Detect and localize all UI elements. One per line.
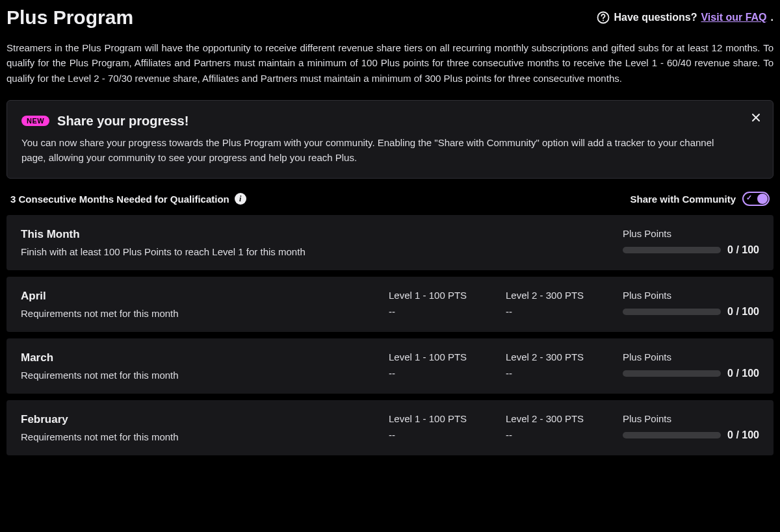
share-toggle-label: Share with Community xyxy=(630,194,736,205)
points-value: 0 / 100 xyxy=(727,429,759,441)
level2-header: Level 2 - 300 PTS xyxy=(506,290,616,301)
points-header: Plus Points xyxy=(623,228,759,239)
month-subtitle: Requirements not met for this month xyxy=(21,431,382,442)
month-name: February xyxy=(21,413,382,426)
month-name: March xyxy=(21,351,382,364)
banner-title: Share your progress! xyxy=(57,114,188,128)
month-card-current: This Month Finish with at least 100 Plus… xyxy=(6,215,774,270)
level2-header: Level 2 - 300 PTS xyxy=(506,351,616,362)
level2-value: -- xyxy=(506,368,616,379)
page-title: Plus Program xyxy=(6,6,133,29)
level2-value: -- xyxy=(506,429,616,440)
level1-value: -- xyxy=(389,368,499,379)
progress-bar xyxy=(623,432,721,438)
points-header: Plus Points xyxy=(623,351,759,362)
points-header: Plus Points xyxy=(623,290,759,301)
qualification-label: 3 Consecutive Months Needed for Qualific… xyxy=(10,193,246,205)
points-value: 0 / 100 xyxy=(727,244,759,256)
faq-link[interactable]: Visit our FAQ xyxy=(701,12,766,23)
svg-point-1 xyxy=(603,20,604,21)
help-icon xyxy=(597,11,610,24)
intro-text: Streamers in the Plus Program will have … xyxy=(6,40,774,86)
month-subtitle: Finish with at least 100 Plus Points to … xyxy=(21,246,616,257)
level1-header: Level 1 - 100 PTS xyxy=(389,351,499,362)
faq-section: Have questions? Visit our FAQ. xyxy=(597,11,774,24)
level2-value: -- xyxy=(506,306,616,317)
banner-body: You can now share your progress towards … xyxy=(21,135,723,166)
close-icon[interactable] xyxy=(749,111,762,124)
progress-bar xyxy=(623,370,721,377)
level1-header: Level 1 - 100 PTS xyxy=(389,413,499,424)
faq-suffix: . xyxy=(771,12,774,23)
share-toggle[interactable]: ✓ xyxy=(742,192,770,206)
share-progress-banner: NEW Share your progress! You can now sha… xyxy=(6,100,774,179)
info-icon[interactable]: i xyxy=(235,193,246,205)
month-subtitle: Requirements not met for this month xyxy=(21,370,382,381)
month-card: February Requirements not met for this m… xyxy=(6,400,774,455)
month-card: April Requirements not met for this mont… xyxy=(6,277,774,332)
month-subtitle: Requirements not met for this month xyxy=(21,308,382,319)
level1-header: Level 1 - 100 PTS xyxy=(389,290,499,301)
level2-header: Level 2 - 300 PTS xyxy=(506,413,616,424)
level1-value: -- xyxy=(389,429,499,440)
level1-value: -- xyxy=(389,306,499,317)
new-badge: NEW xyxy=(21,116,49,126)
points-value: 0 / 100 xyxy=(727,306,759,318)
points-header: Plus Points xyxy=(623,413,759,424)
progress-bar xyxy=(623,309,721,315)
qualification-text: 3 Consecutive Months Needed for Qualific… xyxy=(10,194,229,205)
month-name: This Month xyxy=(21,228,616,241)
points-value: 0 / 100 xyxy=(727,368,759,379)
progress-bar xyxy=(623,247,721,253)
month-card: March Requirements not met for this mont… xyxy=(6,338,774,394)
month-name: April xyxy=(21,290,382,303)
faq-prefix: Have questions? xyxy=(614,12,697,23)
